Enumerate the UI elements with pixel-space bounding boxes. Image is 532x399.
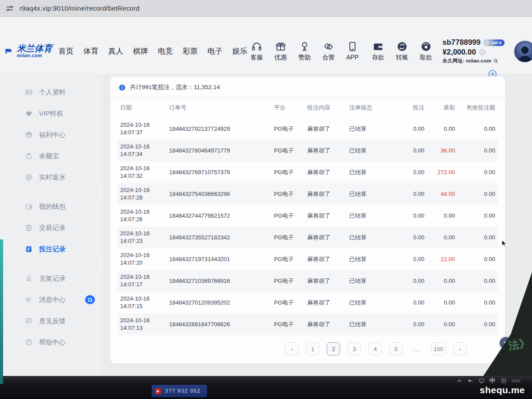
col-order: 订单号 [169,104,274,112]
bottom-bezel: 377 932 052 中 2024 shequ.me [0,376,532,399]
screen: r9aq4x.vip:9010/mine/record/betRecord 米兰… [0,0,532,399]
cell-platform: PG电子 [274,147,307,155]
balance-refresh-icon[interactable] [479,49,486,56]
cell-valid: 0.00 [455,278,495,284]
transfer-icon [396,41,408,52]
sidebar-item-transaction-records[interactable]: 交易记录 [0,217,103,239]
cell-status: 已结算 [349,321,395,329]
taskbar-ime-tool[interactable] [501,378,507,384]
search-icon[interactable] [493,58,499,64]
col-content: 投注内容 [307,104,349,112]
col-status: 注单状态 [349,104,395,112]
avatar[interactable] [513,40,532,63]
header-action-withdraw[interactable]: 取款 [417,41,435,62]
cell-platform: PG电子 [274,212,307,220]
site-logo[interactable]: 米兰体育 milan.com [4,44,52,59]
cell-order: 1846432769710757379 [169,169,274,176]
bet-record-card: 共计991笔投注，流水：11,352.14 日期 订单号 平台 投注内容 注单状… [110,76,505,364]
header-action-promotions[interactable]: 优惠 [271,41,290,62]
pagination-page-1[interactable]: 1 [306,342,319,356]
sidebar-item-my-wallet[interactable]: 我的钱包 [0,196,103,217]
cell-status: 已结算 [349,277,395,285]
logo-icon [4,46,15,56]
sidebar-item-vip-privileges[interactable]: VIP特权 [0,103,103,124]
feedback-icon [25,317,33,325]
header-action-deposit[interactable]: 存款 [369,41,387,62]
nav-home[interactable]: 首页 [59,46,74,56]
cell-bet: 0.00 [395,212,424,219]
cell-order: 1846432735527182342 [169,234,274,241]
pagination-page-3[interactable]: 3 [348,342,361,356]
sidebar-item-message-center[interactable]: 消息中心 11 [0,289,103,310]
nav-board-games[interactable]: 棋牌 [133,46,148,56]
nav-entertainment[interactable]: 娱乐 [232,46,247,56]
sidebar-item-yuebao[interactable]: 余额宝 [0,145,103,167]
cell-platform: PG电子 [274,168,307,176]
table-row-5: 2024-10-16 14:07:23 1846432735527182342 … [117,227,498,248]
cell-payout: 44.00 [424,191,455,197]
cell-order: 1846432701209395202 [169,299,274,306]
pagination-page-100[interactable]: 100 [431,342,446,356]
screen-edge-glow [0,239,3,384]
cell-platform: PG电子 [274,234,307,242]
nav-lottery[interactable]: 彩票 [183,46,198,56]
cell-bet: 0.00 [395,234,424,241]
cell-date: 2024-10-16 [120,165,169,172]
cell-bet: 0.00 [395,191,424,197]
sidebar-item-feedback[interactable]: 意见反馈 [0,310,103,332]
gift-icon [275,41,286,52]
nav-live-casino[interactable]: 真人 [108,46,123,56]
cell-platform: PG电子 [274,125,307,133]
pagination-prev[interactable]: ‹ [285,342,298,356]
sidebar-item-welfare-center[interactable]: 福利中心 [0,124,103,145]
cell-payout: 272.00 [424,169,455,176]
sidebar-item-profile[interactable]: 个人资料 [0,82,103,103]
taskbar-ime-chinese[interactable]: 中 [489,378,496,384]
taskbar-volume-muted[interactable] [467,378,473,384]
back-to-top-button[interactable] [500,337,512,349]
table-row-2: 2024-10-16 14:07:32 1846432769710757379 … [117,161,498,183]
nav-sports[interactable]: 体育 [83,46,98,56]
url-text[interactable]: r9aq4x.vip:9010/mine/record/betRecord [20,4,140,12]
col-platform: 平台 [274,104,307,112]
pagination-more-pages[interactable]: … [410,342,423,356]
pagination-next[interactable]: › [454,342,467,356]
taskbar-display[interactable] [478,378,485,384]
cell-bet: 0.00 [395,256,424,262]
nav-esports[interactable]: 电竞 [158,46,173,56]
cell-platform: PG电子 [274,255,307,263]
partner-icon [323,41,334,52]
cell-bet: 0.00 [395,321,424,328]
prize-icon [25,274,33,282]
header-action-transfer[interactable]: 转账 [393,41,411,62]
sidebar-item-prize-records[interactable]: 兑奖记录 [0,268,103,289]
header-action-customer-service[interactable]: 客服 [247,41,266,62]
sidebar-item-realtime-rebate[interactable]: 实时返水 [0,167,103,188]
pagination-page-4[interactable]: 4 [368,342,382,356]
cell-order: 1846432719731443201 [169,256,274,262]
pagination-page-2[interactable]: 2 [327,342,340,356]
bet-table: 日期 订单号 平台 投注内容 注单状态 投注 派彩 有效投注额 2024-10-… [110,98,505,335]
cell-time: 14:07:37 [120,129,169,137]
logo-title: 米兰体育 [17,44,52,53]
cell-status: 已结算 [349,234,395,242]
deposit-icon [372,41,384,52]
betdoc-icon [25,245,33,253]
vip-icon [25,110,33,117]
cell-valid: 0.00 [455,321,495,328]
header-action-sponsor[interactable]: 赞助 [295,41,314,62]
cell-platform: PG电子 [274,190,307,198]
taskbar-tray-expand[interactable] [456,378,462,384]
header-action-partnership[interactable]: 合营 [319,41,338,62]
logo-subtitle: milan.com [17,53,52,59]
cell-content: 麻将胡了 [307,212,349,220]
cell-time: 14:07:13 [120,325,169,332]
sidebar-item-help-center[interactable]: 帮助中心 [0,332,103,353]
header-action-app[interactable]: APP [343,41,362,61]
vip-badge: VIP 0 [483,39,505,46]
nav-slots[interactable]: 电子 [207,46,223,56]
cell-time: 14:07:32 [120,172,169,180]
cell-order: 1846432691847706626 [169,321,274,328]
pagination-page-5[interactable]: 5 [389,342,403,356]
sidebar-item-bet-records[interactable]: 投注记录 [0,239,103,260]
